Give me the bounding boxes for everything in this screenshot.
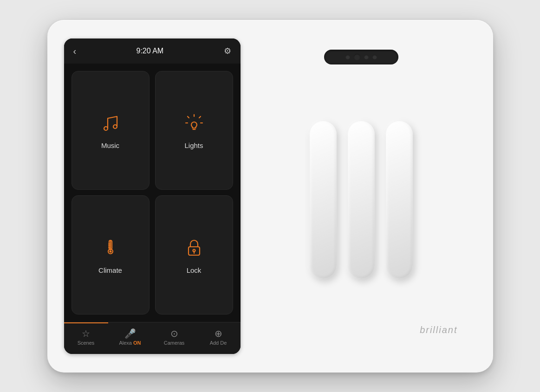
sensor-dot-2 [364, 55, 369, 59]
add-device-label: Add De [210, 340, 227, 346]
brilliant-device: ‹ 9:20 AM ⚙ Music [47, 20, 493, 373]
climate-tile[interactable]: Climate [72, 195, 150, 315]
screen-header: ‹ 9:20 AM ⚙ [64, 39, 241, 64]
mic-icon: 🎤 [124, 329, 136, 338]
tiles-grid: Music [64, 64, 241, 322]
brand-logo: brilliant [420, 325, 457, 335]
svg-line-3 [199, 116, 201, 118]
music-label: Music [101, 141, 119, 149]
cameras-label: Cameras [164, 340, 185, 346]
sensor-dot-1 [345, 55, 350, 59]
svg-point-0 [104, 127, 108, 130]
climate-label: Climate [98, 266, 122, 274]
lock-tile[interactable]: Lock [155, 195, 233, 315]
sensor-dot-3 [372, 55, 377, 59]
plus-icon: ⊕ [215, 329, 222, 338]
settings-icon[interactable]: ⚙ [224, 46, 231, 56]
camera-lens [354, 54, 360, 60]
slider-paddle-1[interactable] [310, 121, 337, 279]
svg-rect-15 [189, 247, 200, 255]
lock-icon [182, 236, 206, 260]
lights-label: Lights [184, 141, 203, 149]
camera-sensor [324, 50, 398, 64]
active-tab-indicator [64, 322, 108, 323]
svg-point-1 [113, 125, 117, 129]
tab-bar: ☆ Scenes 🎤 Alexa ON ⊙ Cameras ⊕ Add De [64, 322, 241, 354]
star-icon: ☆ [82, 329, 90, 338]
slider-paddle-2[interactable] [348, 121, 375, 279]
camera-icon: ⊙ [170, 329, 178, 338]
slider-paddle-3[interactable] [386, 121, 413, 279]
device-screen: ‹ 9:20 AM ⚙ Music [64, 39, 241, 354]
lock-label: Lock [187, 266, 202, 274]
tab-scenes[interactable]: ☆ Scenes [64, 327, 108, 347]
alexa-label: Alexa ON [119, 340, 141, 346]
tab-alexa[interactable]: 🎤 Alexa ON [108, 327, 152, 347]
slider-paddles [310, 76, 413, 325]
music-tile[interactable]: Music [72, 71, 150, 190]
lights-tile[interactable]: Lights [155, 71, 233, 190]
physical-controls: brilliant [241, 39, 476, 354]
tab-cameras[interactable]: ⊙ Cameras [152, 327, 196, 347]
svg-line-5 [188, 116, 189, 118]
lights-icon [182, 111, 206, 135]
music-icon [98, 111, 123, 135]
svg-point-14 [109, 250, 111, 252]
back-button[interactable]: ‹ [73, 46, 77, 56]
tab-add-device[interactable]: ⊕ Add De [196, 327, 241, 347]
climate-icon [98, 236, 123, 260]
scenes-label: Scenes [78, 340, 95, 346]
time-display: 9:20 AM [136, 47, 163, 55]
